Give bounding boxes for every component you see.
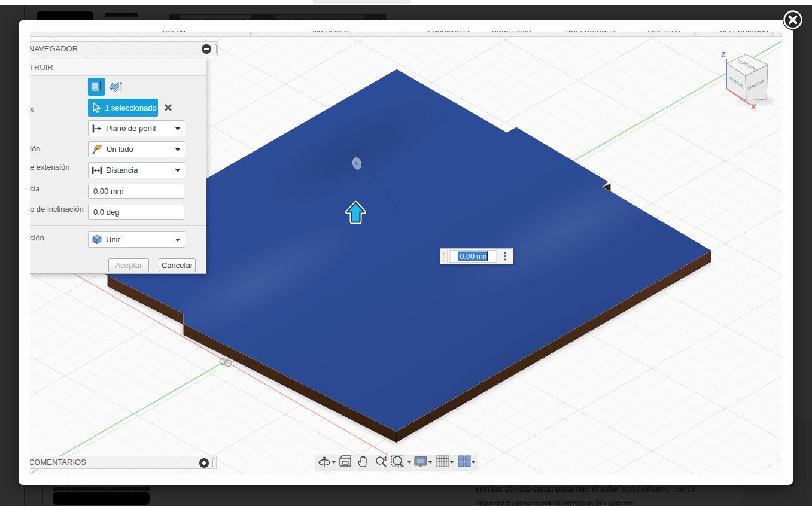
svg-text:0.00 mm: 0.00 mm: [460, 252, 489, 261]
svg-text:Z: Z: [721, 50, 726, 59]
svg-text:X: X: [751, 102, 756, 111]
